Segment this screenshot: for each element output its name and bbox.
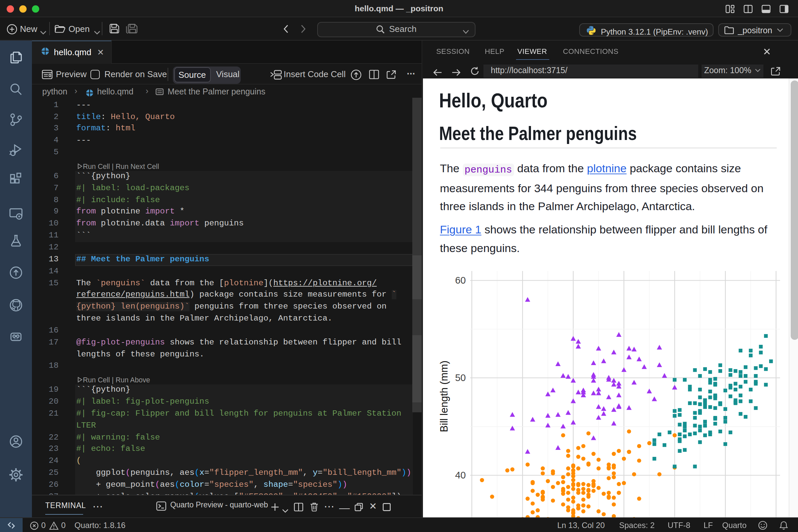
svg-text:Bill length (mm): Bill length (mm) <box>438 360 450 432</box>
svg-text:40: 40 <box>455 470 466 480</box>
svg-text:50: 50 <box>455 373 466 383</box>
svg-text:60: 60 <box>455 275 466 286</box>
